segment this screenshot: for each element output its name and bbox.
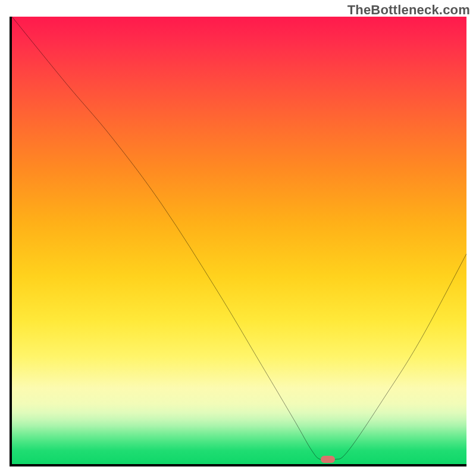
plot-area — [10, 17, 466, 466]
optimal-point-marker — [321, 456, 335, 463]
chart-container: TheBottleneck.com — [0, 0, 476, 476]
watermark-text: TheBottleneck.com — [347, 2, 470, 18]
bottleneck-curve — [12, 17, 466, 464]
